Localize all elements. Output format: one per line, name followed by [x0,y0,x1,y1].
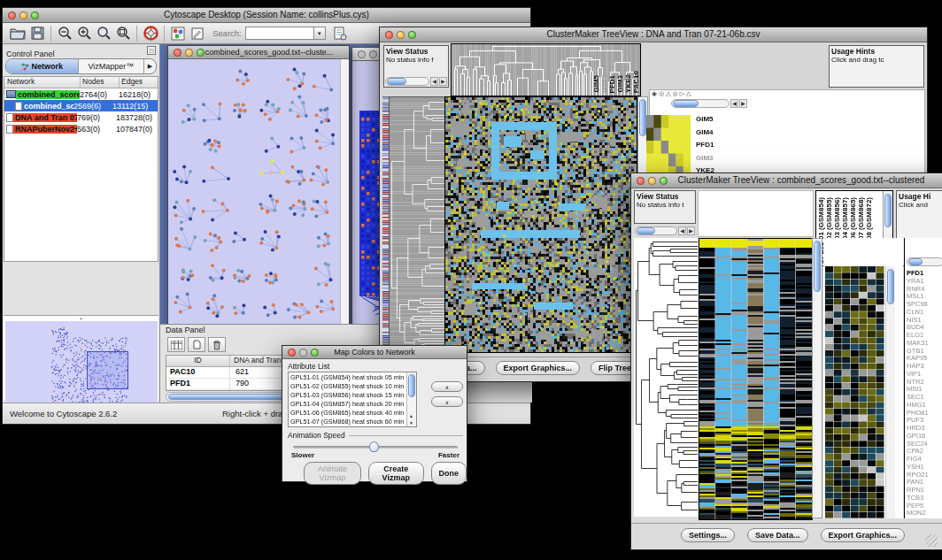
zoom-panel [823,238,903,518]
minimize-button[interactable] [19,12,27,19]
search-label: Search: [212,28,242,38]
dendro-h-scrollbar[interactable]: ◀▶ [635,226,695,235]
close-button[interactable] [385,31,393,39]
attribute-item[interactable]: GPL51-04 (GSM857) heat shock 20 min [290,400,414,409]
network-table-row[interactable]: combined_sco2569(6)13112(15) [4,100,158,111]
dialog-button[interactable]: Done [431,462,467,485]
treeview-button[interactable]: Export Graphics... [496,361,581,375]
global-heatmap-canvas[interactable] [699,238,813,520]
array-dendrogram-area[interactable] [698,190,814,237]
tab-vizmapper[interactable]: VizMapper™ [79,59,143,73]
gene-label[interactable]: GIM3 [696,152,718,165]
selection-strip-canvas[interactable] [382,96,389,351]
resize-grip[interactable] [925,534,938,547]
search-input[interactable] [245,27,314,40]
window-controls [288,349,319,357]
network-table-row[interactable]: DNA and Tran 07769(0)183728(0) [4,111,158,123]
usage-hints-text: Click and [899,201,928,209]
animation-speed-label: Animation Speed [288,431,345,440]
annotation-button[interactable] [188,24,207,43]
gene-dendrogram-canvas[interactable] [389,96,445,353]
main-titlebar[interactable]: Cytoscape Desktop (Session Name: collins… [3,8,530,23]
gene-label[interactable]: PFD1 [696,139,718,152]
network-view-window[interactable]: combined_scores_good.txt--cluste... [167,45,350,324]
gene-label-scrollbar[interactable] [907,257,942,266]
zoom-heatmap-canvas[interactable] [825,266,884,518]
search-dropdown-arrow[interactable]: ▼ [314,27,326,40]
minimize-button[interactable] [299,349,307,357]
attribute-item[interactable]: GPL51-02 (GSM855) heat shock 10 min [290,382,414,391]
attribute-select-button[interactable] [167,337,185,352]
slider-thumb[interactable] [369,441,379,452]
close-button[interactable] [174,49,181,57]
tab-network[interactable]: Network [6,59,79,73]
search-config-button[interactable] [331,24,351,43]
network-view-titlebar[interactable]: combined_scores_good.txt--cluste... [168,46,349,59]
open-file-button[interactable] [8,24,27,43]
treeview-combined-titlebar[interactable]: ClusterMaker TreeView : combined_scores_… [631,173,942,188]
attribute-item[interactable]: GPL51-07 (GSM868) heat shock 60 min [290,418,414,426]
attribute-list-scrollbar[interactable]: ▲ ▼ [406,372,416,426]
zoom-button[interactable] [660,177,668,185]
zoom-selected-button[interactable] [113,24,133,43]
col-header-network[interactable]: Network [4,77,81,88]
new-attribute-button[interactable] [188,337,205,352]
float-panel-icon[interactable]: ◳ [147,46,156,55]
zoom-h-scrollbar[interactable]: ◀▶ [671,99,747,108]
move-down-button[interactable]: ∨ [431,396,463,407]
zoom-toolbar-glyphs[interactable]: ◉◎△◎▷△ [652,90,692,97]
zoom-in-button[interactable] [74,24,94,43]
usage-hints-panel: Usage Hints Click and drag tc [829,45,924,88]
global-heatmap-canvas[interactable] [444,96,637,353]
minimize-button[interactable] [648,177,656,185]
gene-label[interactable]: GIM5 [696,113,718,127]
network-edges-count: 107847(0) [116,125,158,134]
attribute-item[interactable]: GPL51-06 (GSM865) heat shock 40 min [290,409,414,418]
network-v-scrollbar[interactable] [340,59,349,324]
minimize-button[interactable] [185,49,193,57]
zoom-fit-button[interactable] [94,24,113,43]
network-table-row[interactable]: combined_scores2764(0)16218(0) [4,88,158,100]
data-col-id[interactable]: ID [166,356,230,366]
dendro-h-scrollbar[interactable]: ◀▶ [385,77,447,86]
attribute-item[interactable]: GPL51-03 (GSM856) heat shock 15 min [290,391,414,400]
help-lifering-icon[interactable] [141,24,160,43]
network-table-row[interactable]: RNAPuberNov2+563(0)107847(0) [4,123,158,134]
dialog-button[interactable]: Create Vizmap [368,462,423,485]
close-button[interactable] [637,177,645,185]
heatmap-v-scrollbar[interactable] [812,238,822,518]
tab-overflow-arrow[interactable]: ▶ [143,59,156,73]
minimize-button[interactable] [397,31,405,39]
treeview-button[interactable]: Save Data... [747,528,808,542]
col-header-edges[interactable]: Edges [120,77,158,88]
save-button[interactable] [27,24,47,43]
zoom-v-scrollbar[interactable] [885,266,895,518]
treeview-button[interactable]: Export Graphics... [821,528,906,542]
attribute-item[interactable]: GPL51-01 (GSM854) heat shock 05 min [290,373,414,382]
treeview-button[interactable]: Settings... [681,528,735,542]
dialog-button[interactable]: Animate Vizmap [304,462,361,485]
network-canvas[interactable] [168,59,340,324]
gene-label[interactable]: MON2 [905,510,929,518]
dialog-titlebar[interactable]: Map Colors to Network [282,346,467,359]
zoom-button[interactable] [197,49,205,57]
network-overview-thumbnail[interactable] [5,321,158,414]
col-header-nodes[interactable]: Nodes [81,77,120,88]
zoom-button[interactable] [311,349,319,357]
animation-speed-slider[interactable] [293,446,458,449]
vizmapper-node-icon[interactable] [168,24,188,43]
zoom-button[interactable] [408,31,416,39]
close-button[interactable] [8,12,16,19]
gene-dendrogram-canvas[interactable] [634,238,698,517]
minimize-button[interactable] [369,50,377,58]
close-button[interactable] [358,50,366,58]
close-button[interactable] [288,349,296,357]
move-up-button[interactable]: ∧ [431,381,463,392]
treeview-dna-titlebar[interactable]: ClusterMaker TreeView : DNA and Tran 07-… [380,27,927,42]
delete-attribute-button[interactable] [208,337,226,352]
zoom-out-button[interactable] [55,24,74,43]
toolbar-separator [164,26,165,42]
zoom-button[interactable] [31,12,39,19]
network-nodes-count: 2569(6) [73,102,112,111]
gene-label[interactable]: GIM4 [696,127,718,140]
